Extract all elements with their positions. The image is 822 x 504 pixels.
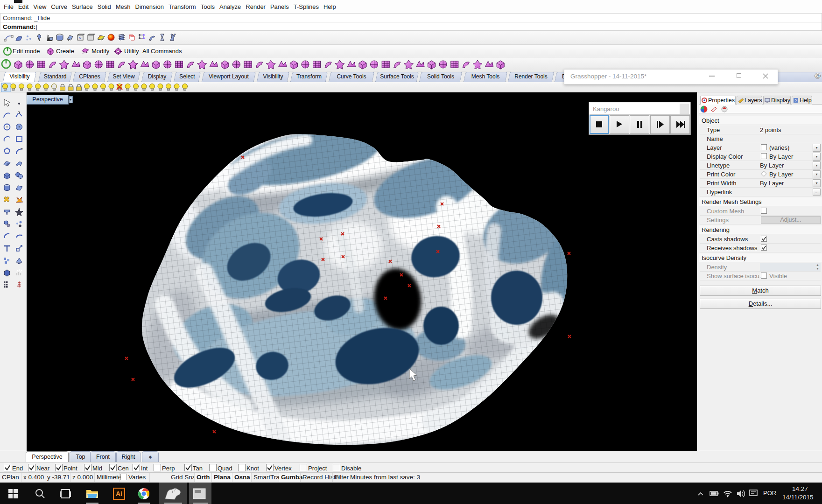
svg-text:?: ? [794, 98, 797, 103]
svg-text:V: V [79, 36, 82, 40]
